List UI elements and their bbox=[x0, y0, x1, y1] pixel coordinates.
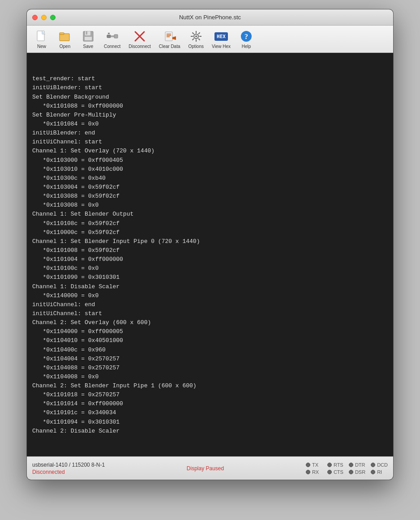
terminal-line: Set Blender Background bbox=[32, 93, 388, 102]
signal-group-4: DCD RI bbox=[371, 462, 388, 475]
terminal-line: *0x110400c = 0x960 bbox=[32, 346, 388, 355]
rts-label: RTS bbox=[334, 462, 343, 468]
rts-dot bbox=[327, 463, 332, 467]
status-bar: usbserial-1410 / 115200 8-N-1 Disconnect… bbox=[27, 456, 393, 480]
terminal-line: Channel 1: Set Blender Output bbox=[32, 210, 388, 219]
new-label: New bbox=[37, 44, 46, 49]
svg-rect-10 bbox=[114, 35, 118, 38]
open-label: Open bbox=[60, 44, 70, 49]
svg-point-21 bbox=[195, 35, 197, 37]
terminal-line: Set Blender Pre-Multiply bbox=[32, 111, 388, 120]
ri-dot bbox=[371, 470, 375, 474]
options-button[interactable]: Options bbox=[185, 27, 207, 51]
window-title: NuttX on PinePhone.stc bbox=[179, 14, 241, 21]
terminal-line: initUiChannel: start bbox=[32, 309, 388, 318]
clear-label: Clear Data bbox=[159, 44, 180, 49]
tx-dot bbox=[306, 463, 310, 467]
connect-label: Connect bbox=[104, 44, 120, 49]
dsr-label: DSR bbox=[355, 469, 365, 475]
cts-dot bbox=[327, 470, 332, 474]
svg-rect-7 bbox=[85, 37, 92, 40]
svg-rect-8 bbox=[107, 35, 111, 38]
svg-rect-15 bbox=[165, 32, 172, 41]
rx-label: RX bbox=[312, 469, 322, 475]
connect-button[interactable]: Connect bbox=[100, 27, 124, 51]
ri-label: RI bbox=[377, 469, 387, 475]
terminal-line: *0x1101084 = 0x0 bbox=[32, 120, 388, 129]
svg-line-29 bbox=[192, 39, 194, 40]
rts-signal: RTS bbox=[327, 462, 343, 468]
disconnect-button[interactable]: Disconnect bbox=[125, 27, 154, 51]
terminal-output[interactable]: test_render: startinitUiBlender: startSe… bbox=[27, 53, 393, 456]
rx-dot bbox=[306, 470, 310, 474]
terminal-line: initUiBlender: start bbox=[32, 83, 388, 92]
terminal-line: Channel 1: Disable Scaler bbox=[32, 282, 388, 291]
terminal-line: *0x1101088 = 0xff000000 bbox=[32, 102, 388, 111]
terminal-line: *0x1104088 = 0x2570257 bbox=[32, 364, 388, 373]
open-button[interactable]: Open bbox=[54, 27, 76, 51]
terminal-line: Channel 2: Set Blender Input Pipe 1 (600… bbox=[32, 381, 388, 390]
terminal-line: *0x1101018 = 0x2570257 bbox=[32, 390, 388, 399]
dtr-dot bbox=[349, 463, 353, 467]
terminal-line: *0x110100c = 0x0 bbox=[32, 264, 388, 273]
connect-icon bbox=[105, 29, 120, 43]
clear-icon bbox=[163, 29, 177, 43]
terminal-line: *0x1103004 = 0x59f02cf bbox=[32, 183, 388, 192]
minimize-button[interactable] bbox=[41, 15, 47, 20]
signal-group-1: TX RX bbox=[306, 462, 322, 475]
terminal-line: initUiChannel: start bbox=[32, 138, 388, 147]
viewhex-icon: HEX bbox=[214, 29, 228, 43]
ri-signal: RI bbox=[371, 469, 388, 475]
help-icon: ? bbox=[239, 29, 253, 43]
signal-indicators: TX RX RTS CTS DT bbox=[306, 462, 388, 475]
status-middle: Display Paused bbox=[187, 465, 224, 472]
terminal-line: *0x1104008 = 0x0 bbox=[32, 373, 388, 381]
terminal-line: *0x110108c = 0x59f02cf bbox=[32, 219, 388, 228]
terminal-line: *0x1101008 = 0x59f02cf bbox=[32, 246, 388, 255]
status-left: usbserial-1410 / 115200 8-N-1 Disconnect… bbox=[32, 462, 105, 475]
svg-line-26 bbox=[192, 33, 194, 35]
terminal-line: Channel 1: Set Blender Input Pipe 0 (720… bbox=[32, 237, 388, 246]
svg-text:?: ? bbox=[244, 33, 248, 40]
disconnected-label: Disconnected bbox=[32, 469, 105, 475]
cts-signal: CTS bbox=[327, 469, 343, 475]
signal-group-2: RTS CTS bbox=[327, 462, 343, 475]
clear-button[interactable]: Clear Data bbox=[155, 27, 184, 51]
close-button[interactable] bbox=[32, 15, 38, 20]
svg-rect-5 bbox=[85, 31, 90, 35]
terminal-line: *0x1103008 = 0x0 bbox=[32, 201, 388, 210]
terminal-line: Channel 1: Set Overlay (720 x 1440) bbox=[32, 147, 388, 156]
connection-info: usbserial-1410 / 115200 8-N-1 bbox=[32, 462, 105, 468]
maximize-button[interactable] bbox=[50, 15, 56, 20]
terminal-line: *0x110300c = 0xb40 bbox=[32, 174, 388, 183]
dcd-dot bbox=[371, 463, 375, 467]
options-icon bbox=[189, 29, 203, 43]
terminal-line: *0x110101c = 0x340034 bbox=[32, 408, 388, 417]
new-icon bbox=[34, 29, 49, 43]
help-button[interactable]: ? Help bbox=[235, 27, 257, 51]
cts-label: CTS bbox=[334, 469, 343, 475]
viewhex-button[interactable]: HEX View Hex bbox=[208, 27, 234, 51]
viewhex-label: View Hex bbox=[212, 44, 231, 49]
new-button[interactable]: New bbox=[30, 27, 53, 51]
traffic-lights bbox=[32, 15, 56, 20]
save-button[interactable]: Save bbox=[77, 27, 99, 51]
terminal-line: Channel 2: Disable Scaler bbox=[32, 427, 388, 436]
help-label: Help bbox=[242, 44, 251, 49]
terminal-line: *0x1101014 = 0xff000000 bbox=[32, 399, 388, 408]
terminal-line: *0x1104010 = 0x40501000 bbox=[32, 336, 388, 345]
terminal-line: *0x1140000 = 0x0 bbox=[32, 291, 388, 300]
terminal-line: *0x1104000 = 0xff000005 bbox=[32, 327, 388, 336]
terminal-line: *0x1103010 = 0x4010c000 bbox=[32, 165, 388, 174]
terminal-line: *0x1104004 = 0x2570257 bbox=[32, 355, 388, 364]
disconnect-icon bbox=[133, 29, 147, 43]
svg-rect-9 bbox=[111, 35, 114, 37]
options-label: Options bbox=[189, 44, 204, 49]
disconnect-label: Disconnect bbox=[129, 44, 150, 49]
terminal-line: initUiBlender: end bbox=[32, 129, 388, 138]
save-label: Save bbox=[83, 44, 94, 49]
dsr-signal: DSR bbox=[349, 469, 365, 475]
svg-rect-6 bbox=[86, 31, 87, 35]
terminal-line: *0x1101094 = 0x3010301 bbox=[32, 418, 388, 427]
terminal-line: *0x1103000 = 0xff000405 bbox=[32, 156, 388, 165]
